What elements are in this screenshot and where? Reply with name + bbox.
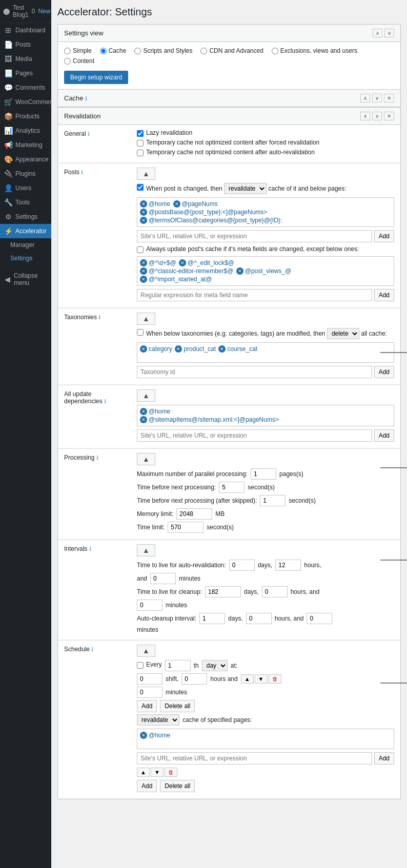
auto-cleanup-days-input[interactable] xyxy=(199,613,225,624)
posts-toggle[interactable]: ▲ xyxy=(137,168,155,180)
tab-cache[interactable]: Cache xyxy=(100,47,127,54)
meta-tag-1-x[interactable]: ✕ xyxy=(140,259,147,266)
tab-cdn[interactable]: CDN and Advanced xyxy=(200,47,263,54)
schedule-bottom-del[interactable]: 🗑 xyxy=(165,768,177,777)
cache-close[interactable]: ✕ xyxy=(384,94,394,102)
ttl-cleanup-minutes-input[interactable] xyxy=(137,600,162,611)
sidebar-item-users[interactable]: 👤Users xyxy=(0,181,51,195)
posts-add-btn[interactable]: Add xyxy=(374,230,394,242)
auto-cleanup-hours-input[interactable] xyxy=(246,613,272,624)
temp-cache-2-check[interactable]: Temporary cache not optimized content af… xyxy=(137,149,394,156)
taxonomies-toggle[interactable]: ▲ xyxy=(137,313,155,325)
tax-action-select[interactable]: delete xyxy=(327,328,359,339)
sidebar-item-accelerator[interactable]: ⚡Accelerator xyxy=(0,224,51,238)
tab-simple[interactable]: Simple xyxy=(64,47,92,54)
revalidate-select[interactable]: revalidate xyxy=(224,183,267,194)
ttl-auto-days-input[interactable] xyxy=(229,560,255,571)
ttl-auto-minutes-input[interactable] xyxy=(150,573,176,584)
schedule-revalidate-select[interactable]: revalidate xyxy=(137,714,179,726)
sidebar-item-pages[interactable]: 📃Pages xyxy=(0,66,51,80)
time-limit-input[interactable] xyxy=(168,522,203,533)
meta-tag-3-x[interactable]: ✕ xyxy=(140,267,147,275)
sidebar-item-analytics[interactable]: 📊Analytics xyxy=(0,123,51,138)
sidebar-item-marketing[interactable]: 📢Marketing xyxy=(0,138,51,152)
sidebar-item-dashboard[interactable]: ⊞Dashboard xyxy=(0,23,51,37)
sidebar-item-manager[interactable]: Manager xyxy=(0,238,51,252)
sidebar-item-plugins[interactable]: 🔌Plugins xyxy=(0,167,51,181)
schedule-minutes-input[interactable] xyxy=(137,687,162,698)
sidebar-item-collapse[interactable]: ◀Collapse menu xyxy=(0,269,51,290)
schedule-shift-input[interactable] xyxy=(137,673,162,685)
posts-url-input[interactable] xyxy=(137,230,372,242)
cache-down[interactable]: ∨ xyxy=(372,94,382,102)
meta-add-btn[interactable]: Add xyxy=(374,289,394,301)
tab-exclusions[interactable]: Exclusions, views and users xyxy=(272,47,357,54)
dep-sitemap-x[interactable]: ✕ xyxy=(140,416,147,423)
schedule-delete-all-btn[interactable]: Delete all xyxy=(160,700,195,712)
schedule-bottom-down[interactable]: ▼ xyxy=(151,768,164,777)
ttl-auto-hours-input[interactable] xyxy=(275,560,301,571)
deps-toggle[interactable]: ▲ xyxy=(137,389,155,402)
revalidation-up[interactable]: ∧ xyxy=(360,112,370,120)
sidebar-item-woocommerce[interactable]: 🛒WooCommerce xyxy=(0,95,51,109)
sidebar-item-media[interactable]: 🖼Media xyxy=(0,52,51,66)
sidebar-item-settings[interactable]: ⚙Settings xyxy=(0,210,51,224)
deps-url-input[interactable] xyxy=(137,429,372,442)
schedule-add-btn[interactable]: Add xyxy=(137,700,157,712)
meta-tag-5-x[interactable]: ✕ xyxy=(140,276,147,283)
tag-postsbase-x[interactable]: ✕ xyxy=(140,209,147,216)
dep-home-x[interactable]: ✕ xyxy=(140,408,147,415)
tag-terms-x[interactable]: ✕ xyxy=(140,217,147,224)
sidebar-item-tools[interactable]: 🔧Tools xyxy=(0,195,51,210)
auto-cleanup-minutes-input[interactable] xyxy=(307,613,332,624)
tax-product-cat-x[interactable]: ✕ xyxy=(175,345,182,353)
schedule-hours-input[interactable] xyxy=(181,673,207,685)
schedule-url-input[interactable] xyxy=(137,752,372,764)
tag-home-x[interactable]: ✕ xyxy=(140,200,147,208)
schedule-final-delete-all[interactable]: Delete all xyxy=(160,780,195,792)
meta-tag-4-x[interactable]: ✕ xyxy=(236,267,243,275)
wizard-button[interactable]: Begin setup wizard xyxy=(64,71,128,84)
new-label[interactable]: New xyxy=(38,8,50,15)
tag-pagenums-x[interactable]: ✕ xyxy=(173,200,180,208)
schedule-toggle[interactable]: ▲ xyxy=(137,645,155,657)
schedule-every-check[interactable]: Every xyxy=(137,661,162,669)
settings-view-collapse[interactable]: ∨ xyxy=(384,29,394,37)
schedule-url-add-btn[interactable]: Add xyxy=(374,752,394,764)
schedule-final-add[interactable]: Add xyxy=(137,780,157,792)
tab-scripts[interactable]: Scripts and Styles xyxy=(134,47,192,54)
sidebar-item-posts[interactable]: 📄Posts xyxy=(0,37,51,52)
tab-content[interactable]: Content xyxy=(64,57,94,65)
schedule-unit-select[interactable]: day xyxy=(202,660,228,671)
tax-when-check[interactable]: When below taxonomies (e.g. categories, … xyxy=(137,328,394,339)
sidebar-item-accelerator-settings[interactable]: Settings xyxy=(0,252,51,265)
intervals-toggle[interactable]: ▲ xyxy=(137,544,155,556)
schedule-every-input[interactable] xyxy=(165,660,191,671)
lazy-revalidation-check[interactable]: Lazy revalidation xyxy=(137,129,394,137)
processing-toggle[interactable]: ▲ xyxy=(137,453,155,465)
cache-up[interactable]: ∧ xyxy=(360,94,370,102)
memory-limit-input[interactable] xyxy=(176,508,212,520)
time-before-skipped-input[interactable] xyxy=(260,495,286,506)
deps-add-btn[interactable]: Add xyxy=(374,429,394,442)
tax-id-input[interactable] xyxy=(137,366,372,378)
when-post-changed-check[interactable]: When post is changed, then revalidate ca… xyxy=(137,183,394,194)
sidebar-item-products[interactable]: 📦Products xyxy=(0,109,51,123)
schedule-home-x[interactable]: ✕ xyxy=(140,732,147,739)
always-update-check[interactable]: Always update post's cache if it's meta … xyxy=(137,245,394,253)
temp-cache-1-check[interactable]: Temporary cache not optimized content af… xyxy=(137,139,394,147)
schedule-up-btn[interactable]: ▲ xyxy=(241,674,254,684)
meta-field-input[interactable] xyxy=(137,289,372,301)
max-parallel-input[interactable] xyxy=(251,468,276,480)
ttl-cleanup-days-input[interactable] xyxy=(205,586,241,597)
time-before-input[interactable] xyxy=(219,482,245,493)
sidebar-item-appearance[interactable]: 🎨Appearance xyxy=(0,152,51,167)
ttl-cleanup-hours-input[interactable] xyxy=(262,586,288,597)
revalidation-down[interactable]: ∨ xyxy=(372,112,382,120)
tax-cat-x[interactable]: ✕ xyxy=(140,345,147,353)
schedule-del-btn[interactable]: 🗑 xyxy=(269,674,281,684)
sidebar-item-comments[interactable]: 💬Comments xyxy=(0,80,51,95)
tax-add-btn[interactable]: Add xyxy=(374,366,394,378)
schedule-down-btn[interactable]: ▼ xyxy=(255,674,268,684)
tax-course-cat-x[interactable]: ✕ xyxy=(218,345,226,353)
